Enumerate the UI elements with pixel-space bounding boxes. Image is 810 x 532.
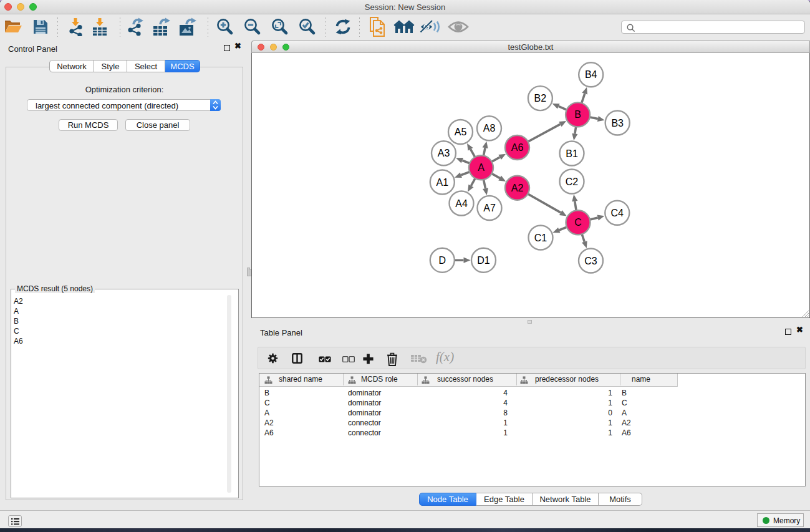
svg-text:A5: A5 — [455, 127, 467, 137]
svg-text:D1: D1 — [477, 255, 490, 266]
svg-text:A: A — [478, 162, 485, 173]
svg-text:B3: B3 — [611, 118, 624, 128]
svg-text:A3: A3 — [438, 148, 450, 158]
svg-text:C2: C2 — [566, 177, 579, 187]
svg-text:A8: A8 — [483, 123, 496, 133]
svg-text:C4: C4 — [611, 208, 624, 218]
svg-text:D: D — [439, 255, 446, 266]
svg-text:B1: B1 — [566, 148, 578, 159]
svg-text:A6: A6 — [511, 142, 524, 153]
svg-text:A1: A1 — [436, 177, 449, 188]
svg-text:C3: C3 — [584, 256, 597, 266]
svg-text:A7: A7 — [483, 203, 496, 213]
svg-text:A2: A2 — [511, 183, 524, 193]
svg-text:A4: A4 — [455, 198, 468, 209]
svg-text:C: C — [574, 217, 582, 228]
svg-text:B: B — [574, 109, 581, 120]
svg-text:B4: B4 — [585, 69, 597, 80]
svg-text:C1: C1 — [534, 233, 547, 243]
svg-text:B2: B2 — [534, 93, 547, 104]
